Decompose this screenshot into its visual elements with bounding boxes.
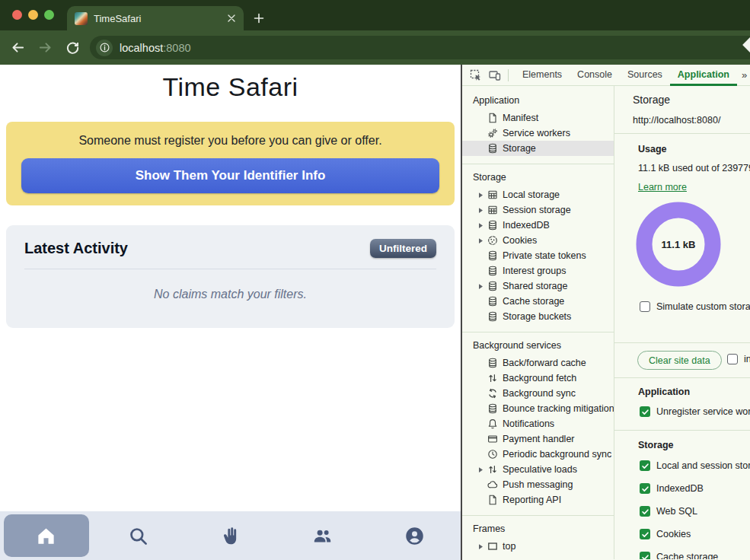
address-bar[interactable]: localhost:8080	[90, 36, 750, 59]
include-cookies-checkbox[interactable]	[727, 354, 738, 364]
sidebar-item-bounce-tracking-mitigation[interactable]: Bounce tracking mitigation	[462, 401, 614, 416]
home-button-active[interactable]	[4, 514, 89, 557]
sidebar-item-cookies[interactable]: Cookies	[462, 233, 614, 248]
section-application: Application Manifest Service workers Sto…	[462, 86, 614, 164]
nav-search[interactable]	[92, 511, 184, 560]
gears-icon	[487, 128, 498, 138]
nav-projects[interactable]	[184, 511, 276, 560]
tab-close-icon[interactable]	[227, 14, 236, 23]
sidebar-item-frame-top[interactable]: top	[462, 539, 614, 554]
sync-icon	[487, 388, 498, 399]
learn-more-link[interactable]: Learn more	[638, 182, 687, 192]
nav-contacts[interactable]	[276, 511, 369, 560]
show-identifier-info-button[interactable]: Show Them Your Identifier Info	[21, 158, 439, 193]
sidebar-item-label: Notifications	[503, 418, 554, 429]
forward-icon[interactable]	[38, 40, 53, 55]
more-tabs-icon[interactable]: »	[737, 69, 750, 81]
clear-site-data-button[interactable]: Clear site data	[637, 351, 722, 370]
device-toolbar-icon[interactable]	[489, 69, 501, 81]
sidebar-item-label: top	[503, 541, 515, 552]
close-window-button[interactable]	[12, 10, 22, 20]
sidebar-item-shared-storage[interactable]: Shared storage	[462, 278, 614, 294]
donut-usage-label: 11.1 kB	[636, 239, 721, 250]
sidebar-item-background-fetch[interactable]: Background fetch	[462, 371, 614, 386]
database-icon	[487, 143, 498, 154]
payment-card-icon	[487, 434, 498, 444]
profile-icon	[404, 526, 425, 546]
sidebar-item-cache-storage[interactable]: Cache storage	[462, 294, 614, 309]
sidebar-item-label: Cookies	[503, 235, 537, 246]
disclosure-triangle-icon[interactable]	[477, 466, 484, 473]
sidebar-item-private-state-tokens[interactable]: Private state tokens	[462, 248, 614, 263]
storage-option-label: Web SQL	[656, 506, 697, 517]
database-icon	[487, 403, 498, 414]
sidebar-item-session-storage[interactable]: Session storage	[462, 202, 614, 218]
sidebar-item-speculative-loads[interactable]: Speculative loads	[462, 462, 614, 477]
sidebar-item-payment-handler[interactable]: Payment handler	[462, 431, 614, 447]
sidebar-item-storage-buckets[interactable]: Storage buckets	[462, 309, 614, 324]
zoom-window-button[interactable]	[44, 10, 54, 20]
url-host: localhost	[120, 42, 163, 54]
clock-icon	[487, 449, 498, 460]
tab-console[interactable]: Console	[570, 65, 620, 86]
database-icon	[487, 250, 498, 261]
nav-profile[interactable]	[369, 511, 461, 560]
new-tab-icon[interactable]	[254, 13, 264, 24]
tab-elements[interactable]: Elements	[515, 65, 570, 86]
latest-activity-card: Latest Activity Unfiltered No claims mat…	[6, 225, 455, 328]
minimize-window-button[interactable]	[28, 10, 38, 20]
disclosure-triangle-icon[interactable]	[477, 222, 484, 229]
indexeddb-checkbox-checked[interactable]	[640, 483, 650, 494]
up-down-arrows-icon	[487, 373, 498, 383]
browser-tab[interactable]: TimeSafari	[67, 6, 244, 30]
sidebar-item-indexeddb[interactable]: IndexedDB	[462, 218, 614, 233]
storage-option-row: Web SQL	[640, 506, 697, 517]
storage-pane-title: Storage	[633, 94, 670, 106]
sidebar-item-interest-groups[interactable]: Interest groups	[462, 263, 614, 278]
bottom-nav	[0, 511, 461, 560]
unregister-sw-checkbox-checked[interactable]	[640, 406, 650, 417]
disclosure-triangle-icon[interactable]	[477, 237, 484, 244]
sidebar-item-storage[interactable]: Storage	[462, 141, 614, 156]
web-sql-checkbox-checked[interactable]	[640, 506, 650, 517]
sidebar-item-label: Local storage	[503, 189, 560, 200]
people-icon	[312, 526, 333, 546]
sidebar-item-periodic-background-sync[interactable]: Periodic background sync	[462, 447, 614, 462]
filter-badge[interactable]: Unfiltered	[370, 239, 436, 258]
storage-option-label: Cache storage	[656, 552, 718, 559]
sidebar-item-label: Shared storage	[503, 281, 567, 291]
disclosure-triangle-icon[interactable]	[477, 192, 484, 199]
disclosure-triangle-icon[interactable]	[477, 283, 484, 290]
document-icon	[487, 113, 498, 123]
back-icon[interactable]	[11, 40, 25, 55]
cache-storage-checkbox-checked[interactable]	[640, 552, 650, 559]
simulate-quota-checkbox[interactable]	[640, 301, 650, 312]
sidebar-item-push-messaging[interactable]: Push messaging	[462, 477, 614, 492]
tab-sources[interactable]: Sources	[620, 65, 670, 86]
include-cookies-label: in	[744, 354, 750, 364]
page-viewport: Time Safari Someone must register you be…	[0, 65, 461, 560]
database-icon	[487, 266, 498, 276]
nav-home[interactable]	[0, 511, 92, 560]
disclosure-triangle-icon[interactable]	[477, 543, 484, 550]
home-icon	[36, 526, 56, 546]
section-frames: Frames top	[462, 515, 614, 559]
simulate-quota-label: Simulate custom stora	[656, 301, 750, 312]
tab-favicon	[75, 12, 88, 25]
card-divider	[24, 269, 436, 269]
local-session-storage-checkbox-checked[interactable]	[640, 460, 650, 471]
sidebar-item-back-forward-cache[interactable]: Back/forward cache	[462, 355, 614, 371]
cookies-checkbox-checked[interactable]	[640, 529, 650, 539]
sidebar-item-background-sync[interactable]: Background sync	[462, 386, 614, 401]
toolbar-separator	[508, 69, 509, 81]
sidebar-item-service-workers[interactable]: Service workers	[462, 126, 614, 141]
sidebar-item-local-storage[interactable]: Local storage	[462, 187, 614, 202]
disclosure-triangle-icon[interactable]	[477, 207, 484, 214]
sidebar-item-manifest[interactable]: Manifest	[462, 110, 614, 126]
inspect-element-icon[interactable]	[470, 69, 482, 81]
tab-application[interactable]: Application	[670, 65, 737, 86]
site-info-icon[interactable]	[96, 40, 113, 56]
sidebar-item-notifications[interactable]: Notifications	[462, 416, 614, 431]
sidebar-item-reporting-api[interactable]: Reporting API	[462, 492, 614, 508]
reload-icon[interactable]	[65, 40, 80, 55]
